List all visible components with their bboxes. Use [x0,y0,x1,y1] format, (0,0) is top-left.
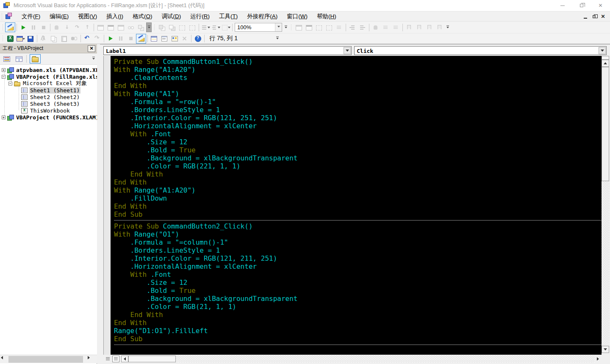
align-button[interactable] [200,22,211,32]
design-mode-button[interactable] [5,22,15,32]
ungroup-button[interactable] [187,22,197,32]
project-panel-horizontal-scrollbar[interactable] [0,355,97,363]
undo-button[interactable] [82,34,92,44]
procedure-view-button[interactable] [104,356,111,362]
full-module-view-button[interactable] [112,356,119,362]
comment-block-button[interactable] [381,22,391,32]
break-button-2[interactable] [116,34,126,44]
code-line[interactable]: .Color = RGB(221, 1, 1) [114,162,602,170]
code-line[interactable]: .Interior.Color = RGB(121, 251, 251) [114,114,602,122]
step-over-button[interactable] [72,22,82,32]
break-button[interactable] [28,22,39,32]
procedure-combobox[interactable]: Click [354,46,607,55]
scroll-up-icon[interactable] [602,60,609,67]
toolbar-grip[interactable] [290,24,292,31]
code-line[interactable]: .Interior.Color = RGB(121, 211, 251) [114,254,602,262]
quick-info-button[interactable] [314,22,324,32]
tree-item-vbaproject[interactable]: −VBAProject (FillRange.xlsm) [0,73,97,80]
code-line[interactable]: .Size = 12 [114,279,602,287]
next-bookmark-button[interactable] [414,22,424,32]
project-panel-titlebar[interactable]: 工程 - VBAProject ✕ [0,44,97,53]
scrollbar-thumb[interactable] [8,356,83,363]
reset-button[interactable] [39,22,49,32]
properties-window-button[interactable] [159,34,169,44]
child-close-icon[interactable]: ✕ [599,12,607,21]
code-line[interactable]: .Formula = "=column()-1" [114,238,602,246]
object-combobox[interactable]: Label1 [103,46,352,55]
code-line[interactable]: End With [114,82,602,90]
toggle-bookmark-button[interactable] [404,22,414,32]
code-line[interactable]: With Range("A1:A20") [114,186,602,194]
menu-item-R[interactable]: 运行(R) [186,11,214,22]
previous-bookmark-button[interactable] [424,22,435,32]
help-button[interactable] [193,34,203,44]
code-line[interactable]: .Background = xlBackgroundTransparent [114,154,602,162]
tree-item-sheet3[interactable]: Sheet3 (Sheet3) [0,100,97,107]
code-line[interactable]: .Background = xlBackgroundTransparent [114,295,602,303]
child-restore-icon[interactable] [590,12,599,21]
code-line[interactable]: End With [114,178,602,186]
chevron-down-icon[interactable] [599,47,606,54]
expand-icon[interactable]: + [2,68,6,72]
code-line[interactable]: End With [114,170,602,178]
code-line[interactable]: .HorizontalAlignment = xlCenter [114,262,602,270]
send-to-back-button[interactable] [167,22,177,32]
chevron-down-icon[interactable] [228,27,230,30]
code-line[interactable]: .Borders.LineStyle = 1 [114,106,602,114]
code-editor[interactable]: Private Sub CommandButton1_Click()With R… [103,56,602,355]
scroll-right-icon[interactable] [88,356,94,363]
code-line[interactable]: End With [114,319,602,327]
scroll-left-icon[interactable] [121,356,128,362]
splitter-handle[interactable] [602,56,609,60]
scrollbar-thumb[interactable] [128,356,176,362]
group-button[interactable] [177,22,187,32]
code-line[interactable]: .FillDown [114,194,602,202]
toolbar-overflow[interactable] [445,22,450,32]
code-line[interactable]: .ClearContents [114,74,602,82]
indent-button[interactable] [347,22,358,32]
code-line[interactable]: .Formula = "=row()-1" [114,98,602,106]
locals-window-button[interactable] [95,22,105,32]
minimize-icon[interactable] [553,0,572,11]
menu-item-O[interactable]: 格式(O) [128,11,157,22]
step-into-button[interactable] [62,22,72,32]
design-mode-button-2[interactable] [136,34,146,44]
immediate-window-button[interactable] [105,22,116,32]
menu-item-E[interactable]: 编辑(E) [45,11,73,22]
code-editor-surface[interactable]: Private Sub CommandButton1_Click()With R… [111,56,602,355]
make-same-size-button[interactable] [221,22,231,32]
tree-item-thisworkbook[interactable]: ThisWorkbook [0,107,97,114]
toolbar-overflow[interactable] [283,22,288,32]
chevron-down-icon[interactable] [344,47,351,54]
call-stack-button[interactable] [136,22,146,32]
menu-item-A[interactable]: 外接程序(A) [242,11,282,22]
collapse-icon[interactable]: − [2,75,6,79]
code-text[interactable]: Private Sub CommandButton1_Click()With R… [114,58,602,355]
chevron-down-icon[interactable] [275,23,282,31]
save-button[interactable] [25,34,36,44]
tree-item-atpvbaenxls[interactable]: +atpvbaen.xls (ATPVBAEN.XLA) [0,66,97,73]
step-out-button[interactable] [82,22,92,32]
menu-grip[interactable] [1,13,3,20]
center-button[interactable] [211,22,221,32]
view-code-button[interactable] [1,54,12,63]
uncomment-block-button[interactable] [391,22,401,32]
code-line[interactable]: Private Sub CommandButton2_Click() [114,222,602,230]
quick-watch-button[interactable] [126,22,136,32]
code-line[interactable]: Range("D1:O1").FillLeft [114,327,602,335]
toolbar-overflow[interactable] [275,34,280,44]
zoom-combobox[interactable]: 100% [235,23,282,32]
code-line[interactable]: With Range("O1") [114,230,602,238]
scroll-right-icon[interactable] [594,356,602,362]
code-line[interactable]: Private Sub CommandButton1_Click() [114,58,602,66]
tree-item-vbaproject[interactable]: +VBAProject (FUNCRES.XLAM) [0,114,97,121]
list-properties-button[interactable] [294,22,304,32]
project-explorer-button[interactable] [149,34,159,44]
clear-bookmarks-button[interactable] [435,22,445,32]
scroll-down-icon[interactable] [602,346,609,353]
cut-button[interactable] [39,34,49,44]
reset-button-2[interactable] [126,34,136,44]
code-line[interactable]: End Sub [114,210,602,218]
expand-icon[interactable]: + [2,116,6,119]
object-browser-button[interactable] [169,34,180,44]
